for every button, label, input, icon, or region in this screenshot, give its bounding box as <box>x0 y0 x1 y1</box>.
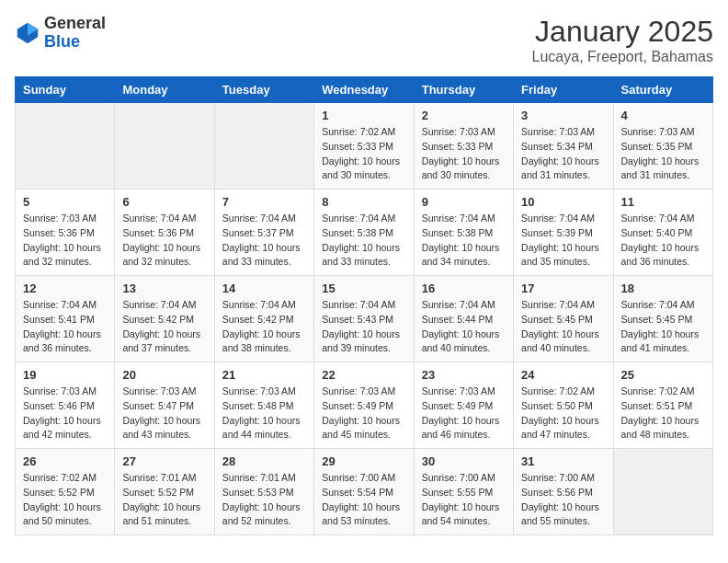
calendar-cell: 14Sunrise: 7:04 AMSunset: 5:42 PMDayligh… <box>214 276 313 362</box>
calendar-cell: 11Sunrise: 7:04 AMSunset: 5:40 PMDayligh… <box>613 190 712 276</box>
col-header-friday: Friday <box>514 77 613 103</box>
day-number: 3 <box>521 109 605 122</box>
col-header-monday: Monday <box>115 77 214 103</box>
calendar-cell: 13Sunrise: 7:04 AMSunset: 5:42 PMDayligh… <box>115 276 214 362</box>
calendar-cell <box>214 103 313 190</box>
calendar-cell: 25Sunrise: 7:02 AMSunset: 5:51 PMDayligh… <box>613 362 712 449</box>
day-number: 26 <box>23 454 107 468</box>
day-info: Sunrise: 7:03 AMSunset: 5:34 PMDaylight:… <box>521 125 605 183</box>
calendar-cell: 22Sunrise: 7:03 AMSunset: 5:49 PMDayligh… <box>314 362 414 449</box>
calendar-cell: 18Sunrise: 7:04 AMSunset: 5:45 PMDayligh… <box>613 276 712 362</box>
calendar-cell: 20Sunrise: 7:03 AMSunset: 5:47 PMDayligh… <box>115 362 214 449</box>
day-info: Sunrise: 7:02 AMSunset: 5:33 PMDaylight:… <box>322 125 405 183</box>
day-number: 30 <box>422 454 506 468</box>
calendar-week-4: 19Sunrise: 7:03 AMSunset: 5:46 PMDayligh… <box>16 362 713 449</box>
day-info: Sunrise: 7:02 AMSunset: 5:50 PMDaylight:… <box>521 385 605 442</box>
calendar-cell: 16Sunrise: 7:04 AMSunset: 5:44 PMDayligh… <box>414 276 513 362</box>
calendar-cell: 5Sunrise: 7:03 AMSunset: 5:36 PMDaylight… <box>16 190 115 276</box>
day-number: 4 <box>621 109 705 122</box>
calendar-cell: 6Sunrise: 7:04 AMSunset: 5:36 PMDaylight… <box>115 190 214 276</box>
page-title: January 2025 <box>532 15 713 49</box>
day-info: Sunrise: 7:00 AMSunset: 5:54 PMDaylight:… <box>322 471 405 529</box>
day-info: Sunrise: 7:04 AMSunset: 5:37 PMDaylight:… <box>222 212 306 270</box>
day-info: Sunrise: 7:03 AMSunset: 5:49 PMDaylight:… <box>422 385 506 442</box>
calendar-cell <box>16 103 115 190</box>
day-info: Sunrise: 7:04 AMSunset: 5:43 PMDaylight:… <box>322 298 405 356</box>
day-info: Sunrise: 7:04 AMSunset: 5:38 PMDaylight:… <box>322 212 405 270</box>
calendar-cell: 8Sunrise: 7:04 AMSunset: 5:38 PMDaylight… <box>314 190 414 276</box>
day-info: Sunrise: 7:04 AMSunset: 5:41 PMDaylight:… <box>23 298 107 356</box>
calendar-cell <box>115 103 214 190</box>
calendar-cell: 9Sunrise: 7:04 AMSunset: 5:38 PMDaylight… <box>414 190 513 276</box>
day-number: 7 <box>222 195 306 209</box>
day-number: 9 <box>422 195 506 209</box>
calendar-cell: 28Sunrise: 7:01 AMSunset: 5:53 PMDayligh… <box>214 449 313 535</box>
day-info: Sunrise: 7:04 AMSunset: 5:45 PMDaylight:… <box>621 298 705 356</box>
col-header-saturday: Saturday <box>613 77 712 103</box>
day-number: 13 <box>122 282 206 295</box>
calendar-cell: 30Sunrise: 7:00 AMSunset: 5:55 PMDayligh… <box>414 449 513 535</box>
day-info: Sunrise: 7:03 AMSunset: 5:46 PMDaylight:… <box>23 385 107 442</box>
calendar-cell: 31Sunrise: 7:00 AMSunset: 5:56 PMDayligh… <box>514 449 613 535</box>
day-info: Sunrise: 7:03 AMSunset: 5:35 PMDaylight:… <box>621 125 705 183</box>
day-info: Sunrise: 7:04 AMSunset: 5:45 PMDaylight:… <box>521 298 605 356</box>
calendar-cell: 23Sunrise: 7:03 AMSunset: 5:49 PMDayligh… <box>414 362 513 449</box>
day-number: 1 <box>322 109 405 122</box>
day-number: 21 <box>222 368 306 382</box>
day-number: 20 <box>122 368 206 382</box>
calendar-cell: 24Sunrise: 7:02 AMSunset: 5:50 PMDayligh… <box>514 362 613 449</box>
day-number: 6 <box>122 195 206 209</box>
day-info: Sunrise: 7:03 AMSunset: 5:49 PMDaylight:… <box>322 385 405 442</box>
day-info: Sunrise: 7:04 AMSunset: 5:36 PMDaylight:… <box>122 212 206 270</box>
day-number: 2 <box>422 109 506 122</box>
logo: General Blue <box>15 15 106 52</box>
day-info: Sunrise: 7:03 AMSunset: 5:33 PMDaylight:… <box>422 125 506 183</box>
header-row: SundayMondayTuesdayWednesdayThursdayFrid… <box>16 77 713 103</box>
calendar-week-3: 12Sunrise: 7:04 AMSunset: 5:41 PMDayligh… <box>16 276 713 362</box>
day-number: 18 <box>621 282 705 295</box>
calendar-cell: 7Sunrise: 7:04 AMSunset: 5:37 PMDaylight… <box>214 190 313 276</box>
calendar-cell: 15Sunrise: 7:04 AMSunset: 5:43 PMDayligh… <box>314 276 414 362</box>
logo-icon <box>15 20 40 46</box>
calendar-cell: 27Sunrise: 7:01 AMSunset: 5:52 PMDayligh… <box>115 449 214 535</box>
day-info: Sunrise: 7:00 AMSunset: 5:56 PMDaylight:… <box>521 471 605 529</box>
day-info: Sunrise: 7:04 AMSunset: 5:39 PMDaylight:… <box>521 212 605 270</box>
logo-text: General Blue <box>44 15 106 52</box>
day-number: 22 <box>322 368 405 382</box>
col-header-thursday: Thursday <box>414 77 513 103</box>
calendar-cell: 19Sunrise: 7:03 AMSunset: 5:46 PMDayligh… <box>16 362 115 449</box>
day-info: Sunrise: 7:00 AMSunset: 5:55 PMDaylight:… <box>422 471 506 529</box>
day-number: 28 <box>222 454 306 468</box>
calendar-cell: 12Sunrise: 7:04 AMSunset: 5:41 PMDayligh… <box>16 276 115 362</box>
day-number: 11 <box>621 195 705 209</box>
calendar-table: SundayMondayTuesdayWednesdayThursdayFrid… <box>15 76 713 535</box>
col-header-tuesday: Tuesday <box>214 77 313 103</box>
day-info: Sunrise: 7:04 AMSunset: 5:44 PMDaylight:… <box>422 298 506 356</box>
day-info: Sunrise: 7:01 AMSunset: 5:52 PMDaylight:… <box>122 471 206 529</box>
logo-general: General <box>44 15 106 33</box>
day-number: 5 <box>23 195 107 209</box>
col-header-sunday: Sunday <box>16 77 115 103</box>
day-info: Sunrise: 7:04 AMSunset: 5:40 PMDaylight:… <box>621 212 705 270</box>
day-info: Sunrise: 7:03 AMSunset: 5:47 PMDaylight:… <box>122 385 206 442</box>
day-number: 8 <box>322 195 405 209</box>
col-header-wednesday: Wednesday <box>314 77 414 103</box>
day-number: 17 <box>521 282 605 295</box>
page-subtitle: Lucaya, Freeport, Bahamas <box>532 49 713 65</box>
logo-blue: Blue <box>44 33 106 52</box>
day-number: 10 <box>521 195 605 209</box>
day-info: Sunrise: 7:02 AMSunset: 5:51 PMDaylight:… <box>621 385 705 442</box>
calendar-week-1: 1Sunrise: 7:02 AMSunset: 5:33 PMDaylight… <box>16 103 713 190</box>
day-info: Sunrise: 7:03 AMSunset: 5:36 PMDaylight:… <box>23 212 107 270</box>
calendar-cell: 21Sunrise: 7:03 AMSunset: 5:48 PMDayligh… <box>214 362 313 449</box>
calendar-cell: 26Sunrise: 7:02 AMSunset: 5:52 PMDayligh… <box>16 449 115 535</box>
day-info: Sunrise: 7:01 AMSunset: 5:53 PMDaylight:… <box>222 471 306 529</box>
day-number: 14 <box>222 282 306 295</box>
day-number: 12 <box>23 282 107 295</box>
day-number: 24 <box>521 368 605 382</box>
calendar-cell: 2Sunrise: 7:03 AMSunset: 5:33 PMDaylight… <box>414 103 513 190</box>
calendar-cell: 17Sunrise: 7:04 AMSunset: 5:45 PMDayligh… <box>514 276 613 362</box>
calendar-cell: 1Sunrise: 7:02 AMSunset: 5:33 PMDaylight… <box>314 103 414 190</box>
day-info: Sunrise: 7:03 AMSunset: 5:48 PMDaylight:… <box>222 385 306 442</box>
day-number: 23 <box>422 368 506 382</box>
